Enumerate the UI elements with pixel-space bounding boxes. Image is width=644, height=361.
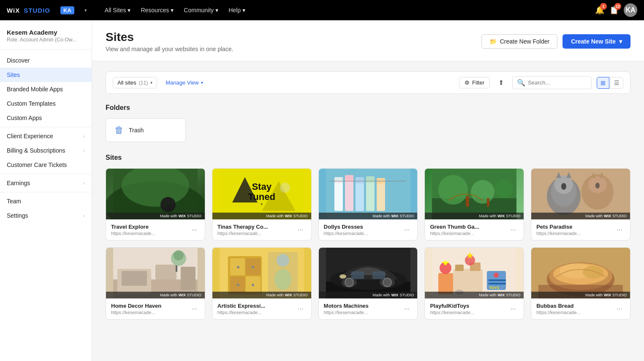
toolbar: All sites (11) ▾ Manage View ▾ ⚙ Filter …	[106, 71, 630, 94]
nav-all-sites[interactable]: All Sites ▾	[101, 4, 135, 16]
folder-trash-name: Trash	[129, 127, 144, 134]
site-thumb-bubbas-bread: Made with WIXSTUDIO	[531, 248, 630, 298]
site-name-6: Artistic Expressi...	[217, 303, 265, 309]
sites-grid: Made with WIXSTUDIO Travel Explore https…	[106, 168, 630, 320]
site-menu-button-6[interactable]: ···	[295, 304, 306, 315]
site-card-home-decor[interactable]: Made with WIXSTUDIO Home Decor Haven htt…	[106, 247, 205, 320]
folders-section-label: Folders	[106, 104, 630, 112]
site-url-6: https://kesemacade...	[217, 310, 265, 315]
wix-label-7: Made with WIXSTUDIO	[319, 292, 418, 298]
site-thumb-playfulkidtoys: TOYS Made with WIXSTUDIO	[425, 248, 524, 298]
svg-rect-81	[489, 283, 506, 284]
sidebar-item-settings[interactable]: Settings ›	[0, 208, 92, 223]
site-info-9: Bubbas Bread https://kesemacade... ···	[531, 298, 630, 319]
trash-icon: 🗑	[114, 125, 124, 136]
all-sites-chevron-icon: ▾	[128, 7, 130, 14]
content-area: Sites View and manage all your websites …	[92, 20, 644, 361]
search-icon: 🔍	[517, 79, 525, 87]
grid-view-button[interactable]: ⊞	[597, 77, 609, 89]
svg-rect-14	[355, 177, 364, 183]
messages-button[interactable]: 📋 12	[609, 5, 619, 15]
filter-dropdown-chevron-icon: ▾	[150, 80, 152, 85]
site-info-1: Tinas Therapy Co... https://kesemacade..…	[212, 219, 311, 240]
sidebar-item-customer-care[interactable]: Customer Care Tickets	[0, 158, 92, 172]
sidebar-item-client-experience[interactable]: Client Experience ›	[0, 129, 92, 143]
site-card-motors-machines[interactable]: Made with WIXSTUDIO Motors Machines http…	[318, 247, 418, 320]
sites-filter-dropdown[interactable]: All sites (11) ▾	[113, 77, 157, 88]
sidebar-item-branded-mobile-apps[interactable]: Branded Mobile Apps	[0, 82, 92, 96]
site-thumb-motors-machines: Made with WIXSTUDIO	[319, 248, 418, 298]
sidebar-item-discover[interactable]: Discover	[0, 53, 92, 68]
user-avatar[interactable]: KA	[624, 3, 637, 17]
sidebar-item-earnings[interactable]: Earnings ›	[0, 176, 92, 190]
sidebar-nav: Discover Sites Branded Mobile Apps Custo…	[0, 50, 92, 226]
page-title: Sites	[106, 30, 233, 44]
sidebar-item-team[interactable]: Team	[0, 194, 92, 208]
site-thumb-home-decor: Made with WIXSTUDIO	[106, 248, 205, 298]
help-chevron-icon: ▾	[242, 7, 245, 14]
sidebar-item-custom-apps[interactable]: Custom Apps	[0, 111, 92, 125]
site-card-dollys-dresses[interactable]: Made with WIXSTUDIO Dollys Dresses https…	[318, 168, 418, 241]
svg-rect-73	[455, 265, 464, 271]
site-card-pets-paradise[interactable]: Made with WIXSTUDIO Pets Paradise https:…	[531, 168, 630, 241]
svg-rect-42	[122, 271, 147, 286]
sidebar-divider-3	[0, 192, 92, 192]
site-card-artistic[interactable]: Made with WIXSTUDIO Artistic Expressi...…	[212, 247, 312, 320]
site-menu-button-5[interactable]: ···	[189, 304, 200, 315]
nav-community[interactable]: Community ▾	[179, 4, 223, 16]
create-folder-button[interactable]: 📁 Create New Folder	[481, 34, 558, 49]
nav-help[interactable]: Help ▾	[224, 4, 250, 16]
sidebar-item-billing[interactable]: Billing & Subscriptions ›	[0, 143, 92, 158]
site-menu-button-1[interactable]: ···	[295, 224, 306, 235]
site-menu-button-4[interactable]: ···	[614, 224, 625, 235]
create-site-button[interactable]: Create New Site ▾	[562, 34, 630, 49]
site-thumb-tinas-therapy: StayTuned ● Made with WIXSTUDIO	[212, 169, 311, 219]
site-menu-button-3[interactable]: ···	[508, 224, 519, 235]
wix-label-8: Made with WIXSTUDIO	[425, 292, 524, 298]
site-menu-button-2[interactable]: ···	[401, 224, 412, 235]
svg-point-33	[561, 183, 566, 190]
content-header: Sites View and manage all your websites …	[92, 20, 644, 61]
svg-point-67	[383, 278, 391, 287]
filter-button[interactable]: ⚙ Filter	[459, 77, 490, 88]
site-info-3: Green Thumb Ga... https://kesemacade... …	[425, 219, 524, 240]
site-menu-button-9[interactable]: ···	[614, 304, 625, 315]
site-info-5: Home Decor Haven https://kesemacade... ·…	[106, 298, 205, 319]
svg-rect-10	[334, 177, 342, 183]
svg-point-38	[595, 183, 600, 189]
sidebar-item-sites[interactable]: Sites	[0, 68, 92, 82]
account-chevron-icon[interactable]: ▾	[84, 8, 87, 13]
sidebar-item-custom-templates[interactable]: Custom Templates	[0, 96, 92, 111]
site-thumb-green-thumb: Made with WIXSTUDIO	[425, 169, 524, 219]
site-info-8: PlayfulKidToys https://kesemacade... ···	[425, 298, 524, 319]
account-badge[interactable]: KA	[60, 6, 74, 14]
site-card-bubbas-bread[interactable]: Made with WIXSTUDIO Bubbas Bread https:/…	[531, 247, 630, 320]
site-name-3: Green Thumb Ga...	[430, 224, 479, 230]
site-name-4: Pets Paradise	[536, 224, 581, 230]
top-nav-right: 🔔 1 📋 12 KA	[595, 3, 637, 17]
site-menu-button-7[interactable]: ···	[401, 304, 412, 315]
site-card-green-thumb[interactable]: Made with WIXSTUDIO Green Thumb Ga... ht…	[424, 168, 524, 241]
manage-view-button[interactable]: Manage View ▾	[162, 77, 207, 88]
wix-label-3: Made with WIXSTUDIO	[425, 213, 524, 219]
wix-label-2: Made with WIXSTUDIO	[319, 213, 418, 219]
view-toggle: ⊞ ☰	[597, 77, 623, 89]
svg-rect-68	[351, 271, 364, 279]
notifications-button[interactable]: 🔔 1	[595, 5, 604, 15]
site-menu-button-0[interactable]: ···	[189, 224, 200, 235]
folder-trash[interactable]: 🗑 Trash	[106, 118, 186, 142]
upload-button[interactable]: ⬆	[495, 77, 507, 88]
site-card-playfulkidtoys[interactable]: TOYS Made with WIXSTUDIO	[424, 247, 524, 320]
svg-rect-15	[366, 180, 374, 211]
nav-resources[interactable]: Resources ▾	[136, 4, 178, 16]
community-chevron-icon: ▾	[215, 7, 218, 14]
site-menu-button-8[interactable]: ···	[508, 304, 519, 315]
svg-point-24	[495, 180, 513, 198]
site-card-tinas-therapy[interactable]: StayTuned ● Made with WIXSTUDIO Tinas Th…	[212, 168, 312, 241]
wix-label-5: Made with WIXSTUDIO	[106, 292, 205, 298]
svg-point-55	[252, 266, 254, 268]
search-input[interactable]	[528, 79, 587, 86]
list-view-button[interactable]: ☰	[610, 77, 623, 89]
svg-point-22	[438, 175, 468, 205]
site-card-travel-explore[interactable]: Made with WIXSTUDIO Travel Explore https…	[106, 168, 205, 241]
